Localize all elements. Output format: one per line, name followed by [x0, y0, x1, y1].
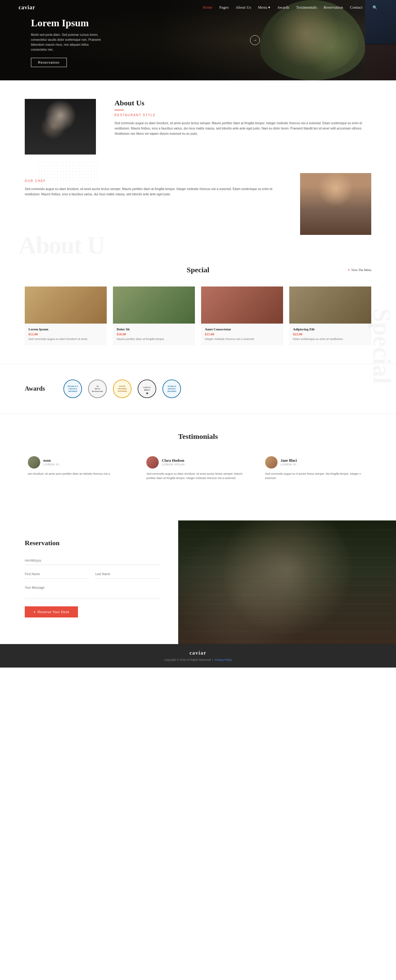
special-grid: Lorem Ipsum $12.00 Sed commodo augue eu … — [25, 286, 371, 345]
special-card-name-1: Lorem Ipsum — [29, 327, 103, 331]
chef-person-image — [300, 173, 371, 235]
award-badge-2: 50 BEST Restaurants — [88, 380, 107, 398]
footer: caviar Copyright © 2018 All Rights Reser… — [0, 644, 396, 668]
message-form-group — [25, 584, 160, 600]
special-card-body-4: Adipiscing Elit $22.00 Etiam scelerisque… — [289, 324, 371, 345]
awards-section: Awards PEOPLE'S CHOICE AWARDS 50 BEST Re… — [0, 364, 396, 414]
award-badge-4: CITY'S BEST — [138, 380, 156, 398]
footer-logo: caviar — [25, 650, 371, 656]
nav-pages[interactable]: Pages — [219, 5, 229, 10]
testimonial-name-3: Jane Blaci — [281, 458, 299, 463]
special-card-2: Dolor Sit $18.00 Mauris porttitor diam a… — [113, 286, 195, 345]
nav-menu[interactable]: Menu ▾ — [258, 5, 270, 10]
last-name-form-group — [95, 570, 160, 579]
nav-links: Home Pages About Us Menu ▾ Awards Testim… — [203, 5, 377, 10]
reserve-desk-button[interactable]: Reserve Your Desk — [25, 606, 78, 617]
special-card-image-1 — [25, 286, 107, 324]
award-badge-5: WORLD DINING AWARDS — [163, 380, 181, 398]
special-card-price-4: $22.00 — [293, 332, 367, 336]
table-glasses-decoration — [178, 520, 396, 644]
award-badge-1-text: PEOPLE'S CHOICE AWARDS — [67, 385, 78, 393]
award-badge-5-text: WORLD DINING AWARDS — [167, 385, 176, 393]
about-title: About Us — [115, 99, 371, 107]
testimonial-text-3: Sed commodo augue eu d auctor lectus sem… — [265, 472, 368, 480]
date-input[interactable] — [25, 556, 160, 565]
awards-badges: PEOPLE'S CHOICE AWARDS 50 BEST Restauran… — [64, 380, 181, 398]
about-text-area: About Us RESTAURANT STYLE Sed commodo au… — [115, 99, 371, 136]
special-card-body-1: Lorem Ipsum $12.00 Sed commodo augue eu … — [25, 324, 107, 345]
nav-home[interactable]: Home — [203, 5, 212, 10]
hero-reservation-button[interactable]: Reservation — [31, 58, 67, 67]
special-card-price-3: $15.00 — [205, 332, 279, 336]
special-card-name-4: Adipiscing Elit — [293, 327, 367, 331]
special-card-body-2: Dolor Sit $18.00 Mauris porttitor diam a… — [113, 324, 195, 345]
special-header: Special View The Menu — [25, 266, 371, 274]
search-icon[interactable]: 🔍 — [372, 5, 377, 10]
nav-logo[interactable]: caviar — [19, 4, 35, 11]
testimonials-grid: nson LOREM IP... iam tincidunt, sit amet… — [25, 453, 371, 484]
nav-contact[interactable]: Contact — [350, 5, 362, 10]
special-card-name-2: Dolor Sit — [117, 327, 191, 331]
special-card-price-1: $12.00 — [29, 332, 103, 336]
about-section: About Us RESTAURANT STYLE Sed commodo au… — [0, 80, 396, 167]
about-subtitle: RESTAURANT STYLE — [115, 113, 371, 117]
special-card-price-2: $18.00 — [117, 332, 191, 336]
testimonial-avatar-1 — [28, 456, 40, 469]
about-body: Sed commodo augue eu diam tincidunt, sit… — [115, 121, 371, 136]
testimonial-card-1: nson LOREM IP... iam tincidunt, sit amet… — [25, 453, 134, 484]
testimonials-section: Testimonials nson LOREM IP... iam tincid… — [0, 414, 396, 502]
special-card-name-3: Amet Consectetur — [205, 327, 279, 331]
date-form-group — [25, 556, 160, 565]
award-badge-4-text: CITY'S BEST — [144, 386, 151, 391]
name-form-row — [25, 570, 160, 584]
awards-title: Awards — [25, 385, 45, 392]
view-menu-link[interactable]: View The Menu — [348, 268, 371, 272]
about-flowers-decoration — [25, 99, 96, 154]
testimonial-name-1: nson — [43, 458, 62, 463]
special-card-desc-4: Etiam scelerisque eu enim et vestibulum. — [293, 337, 367, 342]
special-card-body-3: Amet Consectetur $15.00 Integer molestie… — [201, 324, 283, 345]
chef-body: Sed commodo augue eu diam tincidunt, sit… — [25, 186, 281, 197]
first-name-form-group — [25, 570, 89, 579]
testimonial-role-3: LOREM IP... — [281, 463, 299, 466]
chef-text-area: OUR CHEF Sed commodo augue eu diam tinci… — [25, 173, 281, 197]
navbar: caviar Home Pages About Us Menu ▾ Awards… — [0, 0, 396, 15]
last-name-input[interactable] — [95, 570, 160, 579]
nav-reservation[interactable]: Reservation — [324, 5, 343, 10]
about-divider — [115, 110, 124, 110]
nav-testimonials[interactable]: Testimonials — [296, 5, 317, 10]
hero-title: Lorem Ipsum — [31, 17, 105, 29]
testimonial-avatar-2 — [146, 456, 159, 469]
first-name-input[interactable] — [25, 570, 89, 579]
chef-subtitle: OUR CHEF — [25, 179, 281, 183]
special-card-desc-3: Integer molestie rhoncus nisi a euismod. — [205, 337, 279, 342]
testimonial-header-1: nson LOREM IP... — [28, 456, 131, 469]
testimonial-avatar-3 — [265, 456, 278, 469]
award-badge-2-text: 50 BEST Restaurants — [92, 385, 103, 393]
footer-copyright: Copyright © 2018 All Rights Reserved | P… — [25, 658, 371, 661]
hero-content: Lorem Ipsum Morbi sed porta diam. Sed pu… — [31, 17, 105, 67]
testimonial-card-3: Jane Blaci LOREM IP... Sed commodo augue… — [262, 453, 371, 484]
footer-privacy-link[interactable]: Privacy Policy — [215, 658, 232, 661]
testimonial-role-1: LOREM IP... — [43, 463, 62, 466]
nav-awards[interactable]: Awards — [277, 5, 289, 10]
special-card-image-3 — [201, 286, 283, 324]
about-image — [25, 99, 96, 154]
nav-about[interactable]: About Us — [236, 5, 251, 10]
award-badge-1: PEOPLE'S CHOICE AWARDS — [64, 380, 82, 398]
special-title: Special — [187, 266, 209, 274]
testimonial-header-3: Jane Blaci LOREM IP... — [265, 456, 368, 469]
special-card-1: Lorem Ipsum $12.00 Sed commodo augue eu … — [25, 286, 107, 345]
special-card-desc-2: Mauris porttitor diam at fringilla tempo… — [117, 337, 191, 342]
special-section: Special View The Menu Lorem Ipsum $12.00… — [0, 253, 396, 364]
reservation-form-area: Reservation Reserve Your Desk — [0, 520, 178, 644]
testimonial-header-2: Clara Hudson LOREM IPSUM — [146, 456, 249, 469]
message-input[interactable] — [25, 584, 160, 599]
hero-next-arrow[interactable]: → — [250, 35, 260, 45]
testimonial-text-2: Sed commodo augue eu diam tincidunt, sit… — [146, 472, 249, 480]
testimonial-role-2: LOREM IPSUM — [162, 463, 185, 466]
testimonial-name-2: Clara Hudson — [162, 458, 185, 463]
testimonials-title: Testimonials — [25, 432, 371, 441]
testimonial-card-2: Clara Hudson LOREM IPSUM Sed commodo aug… — [143, 453, 252, 484]
reservation-title: Reservation — [25, 539, 160, 547]
